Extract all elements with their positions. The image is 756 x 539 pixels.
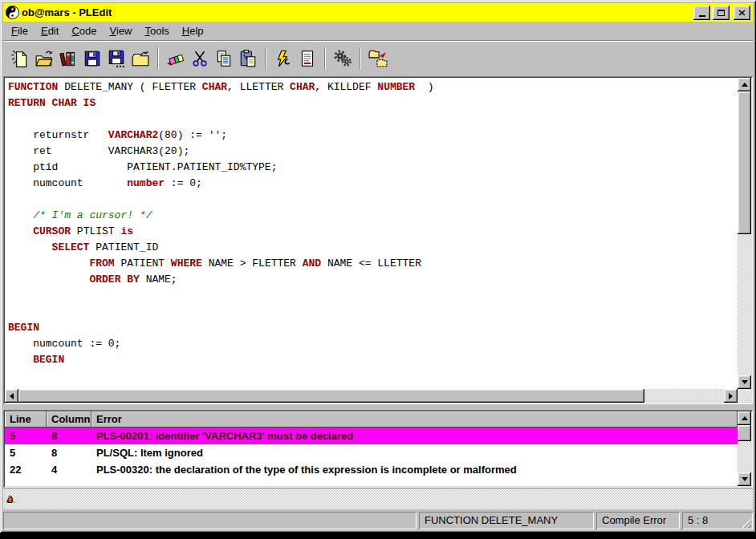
code-segment: SELECT [52, 241, 90, 253]
menu-item-view[interactable]: View [103, 22, 138, 39]
export-button[interactable] [366, 47, 390, 71]
undo-button[interactable] [164, 47, 188, 71]
code-line: returnstr VARCHAR2(80) := ''; [8, 128, 738, 144]
code-segment: FROM [89, 257, 114, 270]
code-segment: is [120, 225, 133, 237]
arrow-left-icon [10, 393, 14, 399]
code-segment [8, 274, 89, 286]
editor-vertical-scrollbar[interactable] [738, 78, 751, 389]
code-segment: CHAR [202, 81, 227, 93]
menu-item-tools[interactable]: Tools [138, 22, 175, 39]
error-line-cell: 5 [5, 447, 47, 459]
code-segment [8, 225, 33, 237]
copy-button[interactable] [212, 47, 236, 71]
code-segment: DELETE_MANY ( FLETTER [58, 81, 201, 93]
code-line: ptid PATIENT.PATIENT_ID%TYPE; [8, 160, 738, 176]
error-message-cell: PLS-00201: identifier 'VARCHAR3' must be… [91, 430, 738, 442]
save-button[interactable] [80, 47, 104, 71]
close-icon [738, 10, 746, 16]
cut-button[interactable] [188, 47, 212, 71]
error-column-cell: 8 [47, 447, 91, 459]
toolbar-separator [360, 47, 361, 70]
error-row[interactable]: 224PLS-00320: the declaration of the typ… [5, 461, 738, 478]
code-segment: ptid PATIENT.PATIENT_ID%TYPE; [8, 161, 277, 173]
error-row[interactable]: 58PLS-00201: identifier 'VARCHAR3' must … [5, 428, 738, 444]
error-row[interactable]: 58PL/SQL: Item ignored [5, 444, 738, 461]
editor-frame: FUNCTION DELETE_MANY ( FLETTER CHAR, LLE… [3, 76, 753, 404]
yin-yang-app-icon[interactable] [6, 6, 19, 19]
check-syntax-button[interactable] [295, 47, 319, 71]
column-header-error[interactable]: Error [91, 411, 738, 428]
code-segment: := 0; [165, 177, 202, 189]
tab-label: FOO.sql [0, 493, 43, 505]
code-segment: NAME <= LLETTER [321, 257, 421, 270]
error-vscroll-thumb[interactable] [738, 425, 751, 441]
code-segment: FUNCTION [8, 81, 58, 93]
save-as-button[interactable] [104, 47, 128, 71]
status-object-panel: FUNCTION DELETE_MANY [419, 512, 594, 529]
code-line: SELECT PATIENT_ID [8, 240, 738, 256]
maximize-button[interactable] [713, 6, 730, 20]
splitter[interactable] [3, 404, 753, 410]
error-vertical-scrollbar[interactable] [738, 411, 751, 486]
column-header-line[interactable]: Line [5, 411, 47, 428]
code-segment: AND [303, 257, 321, 270]
column-header-column[interactable]: Column [47, 411, 91, 428]
code-segment: numcount [8, 177, 127, 189]
error-column-cell: 8 [47, 430, 91, 442]
code-segment [8, 257, 89, 270]
window-title: ob@mars - PLEdit [22, 6, 691, 18]
books-icon [59, 49, 78, 68]
title-bar[interactable]: ob@mars - PLEdit [3, 3, 753, 22]
new-button[interactable] [8, 47, 32, 71]
menu-item-code[interactable]: Code [65, 22, 103, 39]
error-panel: Line Column Error 58PLS-00201: identifie… [3, 410, 753, 488]
execute-button[interactable] [331, 47, 355, 71]
code-segment: numcount := 0; [8, 338, 120, 350]
vscroll-down-button[interactable] [738, 375, 751, 389]
menu-item-help[interactable]: Help [176, 22, 210, 39]
vscroll-track[interactable] [738, 234, 751, 375]
paste-button[interactable] [236, 47, 260, 71]
toolbar-separator [324, 47, 326, 70]
library-button[interactable] [56, 47, 80, 71]
open-folder-icon [35, 49, 54, 68]
code-line: FROM PATIENT WHERE NAME > FLETTER AND NA… [8, 256, 738, 272]
vscroll-thumb[interactable] [738, 91, 751, 234]
code-line: ORDER BY NAME; [8, 272, 738, 288]
code-segment: CHAR [290, 81, 315, 93]
arrow-up-icon [742, 83, 748, 87]
code-segment: number [127, 177, 165, 189]
error-vscroll-down-button[interactable] [738, 472, 751, 486]
code-segment: returnstr [8, 129, 108, 141]
eraser-icon [166, 49, 185, 68]
arrow-right-icon [729, 393, 733, 399]
error-vscroll-up-button[interactable] [738, 411, 751, 425]
resize-grip[interactable] [742, 518, 751, 528]
close-file-button[interactable] [128, 47, 152, 71]
minimize-button[interactable] [693, 6, 710, 20]
editor-horizontal-scrollbar[interactable] [5, 389, 751, 403]
status-position-panel: 5 : 8 [682, 512, 753, 529]
hscroll-right-button[interactable] [724, 389, 738, 403]
code-segment: NAME; [140, 274, 177, 286]
open-button[interactable] [32, 47, 56, 71]
folder-out-icon [131, 49, 150, 68]
code-segment: PTLIST [71, 225, 120, 237]
menu-item-file[interactable]: File [5, 22, 35, 39]
save-as-floppy-icon [107, 49, 126, 68]
vscroll-up-button[interactable] [738, 78, 751, 91]
menu-item-edit[interactable]: Edit [35, 22, 65, 39]
tab-label: Query1 [0, 493, 40, 505]
hscroll-track[interactable] [644, 389, 724, 403]
compile-button[interactable] [271, 47, 295, 71]
close-button[interactable] [734, 6, 750, 20]
hscroll-left-button[interactable] [5, 389, 18, 403]
scissors-icon [190, 49, 209, 68]
code-line [8, 288, 738, 304]
hscroll-thumb[interactable] [18, 389, 644, 403]
code-area[interactable]: FUNCTION DELETE_MANY ( FLETTER CHAR, LLE… [5, 78, 738, 389]
error-table-header: Line Column Error [5, 411, 738, 428]
code-line [8, 304, 738, 320]
error-vscroll-track[interactable] [738, 441, 751, 472]
